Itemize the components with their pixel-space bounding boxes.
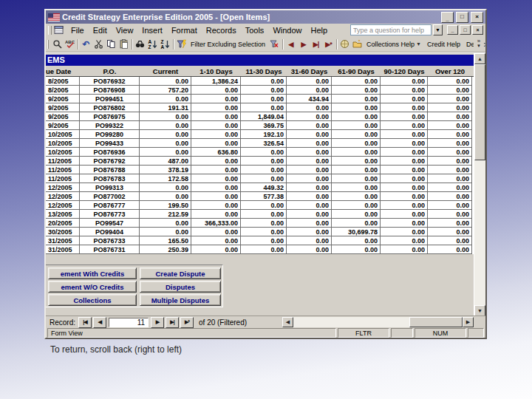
cell[interactable]: 0.00 bbox=[428, 139, 472, 148]
find-icon[interactable] bbox=[134, 38, 146, 50]
cell[interactable]: 11/2005 bbox=[46, 174, 80, 183]
cell[interactable]: 0.00 bbox=[191, 210, 241, 219]
credit-help-button[interactable]: Credit Help bbox=[424, 38, 463, 50]
cell[interactable]: 0.00 bbox=[287, 130, 332, 139]
cell[interactable]: 0.00 bbox=[140, 95, 191, 103]
filter-excluding-selection-button[interactable]: Filter Excluding Selection bbox=[188, 38, 268, 50]
horizontal-scrollbar[interactable]: ◀ ▶ bbox=[282, 317, 474, 327]
cell[interactable]: 0.00 bbox=[191, 95, 241, 103]
toolbar-options-icon[interactable]: »▼ bbox=[474, 37, 484, 50]
last-record-button[interactable]: ▶| bbox=[166, 317, 179, 328]
cell[interactable]: 0.00 bbox=[381, 130, 428, 139]
cell[interactable]: 0.00 bbox=[381, 112, 428, 121]
cell[interactable]: 12/2005 bbox=[46, 183, 80, 192]
cell[interactable]: 0.00 bbox=[287, 157, 332, 166]
cell[interactable]: 0.00 bbox=[428, 112, 472, 121]
spelling-icon[interactable]: ABC bbox=[64, 38, 76, 50]
cell[interactable]: 1,849.04 bbox=[241, 112, 287, 121]
sort-ascending-icon[interactable]: AZ bbox=[146, 38, 159, 50]
cell[interactable]: 0.00 bbox=[381, 103, 428, 112]
cell[interactable]: 0.00 bbox=[332, 210, 381, 219]
cell[interactable]: PO876777 bbox=[80, 201, 140, 210]
cell[interactable]: 0.00 bbox=[140, 148, 191, 157]
cell[interactable]: 172.58 bbox=[140, 174, 191, 183]
previous-record-button[interactable]: ◀ bbox=[93, 317, 106, 328]
cell[interactable]: 0.00 bbox=[428, 130, 472, 139]
cell[interactable]: PO99547 bbox=[80, 219, 140, 228]
cell[interactable]: 0.00 bbox=[332, 121, 381, 130]
cell[interactable]: 0.00 bbox=[191, 130, 241, 139]
cell[interactable]: 31/2005 bbox=[46, 245, 80, 254]
cell[interactable]: 8/2005 bbox=[46, 86, 80, 95]
cell[interactable]: 0.00 bbox=[241, 86, 287, 95]
cell[interactable]: 212.59 bbox=[140, 210, 191, 219]
cell[interactable]: 0.00 bbox=[241, 174, 287, 183]
cell[interactable]: 0.00 bbox=[332, 192, 381, 201]
cell[interactable]: 0.00 bbox=[381, 86, 428, 95]
cell[interactable]: 0.00 bbox=[332, 166, 381, 174]
cell[interactable]: 0.00 bbox=[287, 219, 332, 228]
zoom-icon[interactable] bbox=[51, 38, 64, 50]
cell[interactable]: 0.00 bbox=[191, 245, 241, 254]
cell[interactable]: 0.00 bbox=[287, 148, 332, 157]
cell[interactable]: 0.00 bbox=[287, 166, 332, 174]
toolbar-grip[interactable] bbox=[47, 40, 49, 49]
cell[interactable]: 0.00 bbox=[191, 112, 241, 121]
cell[interactable]: 0.00 bbox=[428, 228, 472, 236]
cell[interactable]: 192.10 bbox=[241, 130, 287, 139]
cell[interactable]: 1,386.24 bbox=[191, 77, 241, 86]
cell[interactable]: 0.00 bbox=[191, 86, 241, 95]
cell[interactable]: 9/2005 bbox=[46, 112, 80, 121]
cell[interactable]: 0.00 bbox=[428, 219, 472, 228]
paste-icon[interactable] bbox=[117, 38, 130, 50]
cell[interactable]: 0.00 bbox=[287, 77, 332, 86]
menu-records[interactable]: Records bbox=[202, 25, 241, 35]
cell[interactable]: 0.00 bbox=[241, 219, 287, 228]
cell[interactable]: 10/2005 bbox=[46, 130, 80, 139]
cell[interactable]: 12/2005 bbox=[46, 192, 80, 201]
cell[interactable]: 0.00 bbox=[381, 121, 428, 130]
cell[interactable]: 326.54 bbox=[241, 139, 287, 148]
cell[interactable]: 0.00 bbox=[332, 157, 381, 166]
cell[interactable]: 0.00 bbox=[140, 130, 191, 139]
cell[interactable]: 0.00 bbox=[428, 148, 472, 157]
cell[interactable]: 0.00 bbox=[241, 210, 287, 219]
cell[interactable]: 0.00 bbox=[241, 166, 287, 174]
cell[interactable]: 0.00 bbox=[287, 183, 332, 192]
cell[interactable]: 0.00 bbox=[381, 201, 428, 210]
cell[interactable]: PO876936 bbox=[80, 148, 140, 157]
cell[interactable]: 0.00 bbox=[191, 236, 241, 245]
scroll-left-icon[interactable]: ◀ bbox=[282, 317, 293, 327]
cell[interactable]: 0.00 bbox=[332, 139, 381, 148]
cell[interactable]: 0.00 bbox=[287, 139, 332, 148]
cell[interactable]: 199.50 bbox=[140, 201, 191, 210]
action-button[interactable]: Create Dispute bbox=[140, 267, 221, 279]
undo-icon[interactable]: ↶ bbox=[80, 38, 92, 50]
cell[interactable]: 0.00 bbox=[332, 219, 381, 228]
next-record-button[interactable]: ▶ bbox=[151, 317, 164, 328]
cell[interactable]: 0.00 bbox=[428, 121, 472, 130]
cell[interactable]: 0.00 bbox=[191, 201, 241, 210]
cell[interactable]: 30/2005 bbox=[46, 228, 80, 236]
copy-icon[interactable] bbox=[105, 38, 117, 50]
cell[interactable]: 0.00 bbox=[191, 157, 241, 166]
cell[interactable]: PO876783 bbox=[80, 174, 140, 183]
collections-help-button[interactable]: Collections Help ▼ bbox=[364, 38, 424, 50]
action-button[interactable]: ement W/O Credits bbox=[48, 281, 137, 293]
cell[interactable]: 0.00 bbox=[140, 112, 191, 121]
cell[interactable]: 434.94 bbox=[287, 95, 332, 103]
cell[interactable]: 636.80 bbox=[191, 148, 241, 157]
cell[interactable]: 31/2005 bbox=[46, 236, 80, 245]
cell[interactable]: 0.00 bbox=[287, 236, 332, 245]
cell[interactable]: 11/2005 bbox=[46, 166, 80, 174]
cell[interactable]: 0.00 bbox=[140, 192, 191, 201]
cell[interactable]: 0.00 bbox=[381, 77, 428, 86]
cell[interactable]: 0.00 bbox=[332, 174, 381, 183]
cell[interactable]: 0.00 bbox=[191, 166, 241, 174]
cell[interactable]: 0.00 bbox=[287, 228, 332, 236]
cell[interactable]: 165.50 bbox=[140, 236, 191, 245]
cell[interactable]: 11/2005 bbox=[46, 157, 80, 166]
scroll-right-icon[interactable]: ▶ bbox=[463, 317, 474, 327]
cell[interactable]: 0.00 bbox=[381, 183, 428, 192]
cell[interactable]: PO877002 bbox=[80, 192, 140, 201]
